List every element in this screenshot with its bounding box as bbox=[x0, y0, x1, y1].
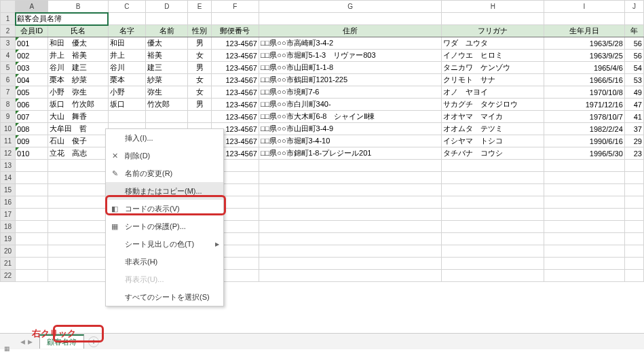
empty-cell[interactable] bbox=[544, 196, 625, 209]
cell-first[interactable]: 弥生 bbox=[146, 86, 188, 99]
empty-cell[interactable] bbox=[16, 184, 48, 196]
empty-cell[interactable] bbox=[259, 258, 441, 270]
menu-insert[interactable]: 挿入(I)... bbox=[106, 129, 223, 147]
cell-kana[interactable]: サカグチ タケジロウ bbox=[442, 99, 544, 111]
empty-cell[interactable] bbox=[442, 172, 544, 184]
empty-cell[interactable] bbox=[48, 258, 108, 270]
empty-cell[interactable] bbox=[544, 258, 625, 270]
cell-bd[interactable]: 1965/4/6 bbox=[544, 62, 625, 74]
cell-sex[interactable]: 男 bbox=[188, 99, 211, 111]
cell-first[interactable]: 竹次郎 bbox=[146, 99, 188, 111]
cell-E1[interactable] bbox=[188, 13, 211, 25]
row-header-5[interactable]: 5 bbox=[1, 62, 16, 74]
cell-name[interactable]: 大山 舞香 bbox=[48, 111, 108, 123]
cell-bd[interactable]: 1971/12/16 bbox=[544, 99, 625, 111]
empty-cell[interactable] bbox=[544, 221, 625, 233]
cell-name[interactable]: 栗本 紗菜 bbox=[48, 74, 108, 86]
cell-first[interactable]: 優太 bbox=[146, 37, 188, 50]
cell-kana[interactable]: イノウエ ヒロミ bbox=[442, 50, 544, 62]
menu-tab-color[interactable]: シート見出しの色(T) ▶ bbox=[106, 235, 223, 253]
empty-cell[interactable] bbox=[16, 233, 48, 245]
empty-cell[interactable] bbox=[544, 233, 625, 245]
cell-id[interactable]: 003 bbox=[16, 62, 48, 74]
row-header-11[interactable]: 11 bbox=[1, 135, 16, 147]
cell-id[interactable]: 001 bbox=[16, 37, 48, 50]
row-header-7[interactable]: 7 bbox=[1, 86, 16, 99]
cell-last[interactable]: 坂口 bbox=[108, 99, 145, 111]
menu-view-code[interactable]: ◧ コードの表示(V) bbox=[106, 200, 223, 217]
empty-cell[interactable] bbox=[16, 221, 48, 233]
cell-last[interactable]: 栗本 bbox=[108, 74, 145, 86]
empty-cell[interactable] bbox=[442, 196, 544, 209]
cell-sex[interactable]: 男 bbox=[188, 37, 211, 50]
row-header-3[interactable]: 3 bbox=[1, 37, 16, 50]
header-name[interactable]: 氏名 bbox=[48, 25, 108, 37]
cell-name[interactable]: 立花 高志 bbox=[48, 147, 108, 160]
row-header-4[interactable]: 4 bbox=[1, 50, 16, 62]
empty-cell[interactable] bbox=[544, 209, 625, 221]
empty-cell[interactable] bbox=[48, 196, 108, 209]
row-header-13[interactable]: 13 bbox=[1, 160, 16, 172]
cell-age[interactable]: 54 bbox=[624, 62, 643, 74]
row-header-8[interactable]: 8 bbox=[1, 99, 16, 111]
cell-sex[interactable]: 女 bbox=[188, 74, 211, 86]
empty-cell[interactable] bbox=[16, 172, 48, 184]
empty-cell[interactable] bbox=[624, 184, 643, 196]
cell-id[interactable]: 006 bbox=[16, 99, 48, 111]
row-header-2[interactable]: 2 bbox=[1, 25, 16, 37]
cell-bd[interactable]: 1963/5/28 bbox=[544, 37, 625, 50]
cell-addr[interactable]: □□県○○市堀町3-4-10 bbox=[259, 135, 441, 147]
spreadsheet-grid[interactable]: A B C D E F G H I J 1 顧客会員名簿 2 会員ID 氏名 名… bbox=[0, 0, 644, 282]
empty-cell[interactable] bbox=[48, 245, 108, 258]
cell-addr[interactable]: □□県○○市堀町5-1-3 リヴァー803 bbox=[259, 50, 441, 62]
cell-name[interactable]: 和田 優太 bbox=[48, 37, 108, 50]
empty-cell[interactable] bbox=[259, 196, 441, 209]
empty-cell[interactable] bbox=[442, 160, 544, 172]
empty-cell[interactable] bbox=[544, 172, 625, 184]
empty-cell[interactable] bbox=[442, 184, 544, 196]
empty-cell[interactable] bbox=[442, 245, 544, 258]
row-header-19[interactable]: 19 bbox=[1, 233, 16, 245]
cell-kana[interactable]: オオヤマ マイカ bbox=[442, 111, 544, 123]
menu-delete[interactable]: ✕ 削除(D) bbox=[106, 147, 223, 164]
empty-cell[interactable] bbox=[48, 184, 108, 196]
cell-id[interactable]: 004 bbox=[16, 74, 48, 86]
empty-cell[interactable] bbox=[48, 172, 108, 184]
menu-select-all[interactable]: すべてのシートを選択(S) bbox=[106, 288, 223, 306]
cell-bd[interactable]: 1966/5/16 bbox=[544, 74, 625, 86]
cell-bd[interactable]: 1978/10/7 bbox=[544, 111, 625, 123]
empty-cell[interactable] bbox=[259, 184, 441, 196]
cell-id[interactable]: 010 bbox=[16, 147, 48, 160]
cell-addr[interactable]: □□県○○市白川町340- bbox=[259, 99, 441, 111]
cell-bd[interactable]: 1982/2/24 bbox=[544, 123, 625, 135]
cell-age[interactable]: 49 bbox=[624, 86, 643, 99]
cell-first[interactable]: 紗菜 bbox=[146, 74, 188, 86]
menu-protect[interactable]: ▦ シートの保護(P)... bbox=[106, 217, 223, 235]
col-header-J[interactable]: J bbox=[624, 1, 643, 13]
col-header-D[interactable]: D bbox=[146, 1, 188, 13]
cell-sex[interactable]: 男 bbox=[188, 62, 211, 74]
empty-cell[interactable] bbox=[48, 209, 108, 221]
cell-first[interactable]: 裕美 bbox=[146, 50, 188, 62]
empty-cell[interactable] bbox=[624, 221, 643, 233]
header-kana[interactable]: フリガナ bbox=[442, 25, 544, 37]
row-header-9[interactable]: 9 bbox=[1, 111, 16, 123]
cell-G1[interactable] bbox=[259, 13, 441, 25]
row-header-15[interactable]: 15 bbox=[1, 184, 16, 196]
row-header-22[interactable]: 22 bbox=[1, 270, 16, 282]
empty-cell[interactable] bbox=[624, 258, 643, 270]
empty-cell[interactable] bbox=[16, 160, 48, 172]
row-header-21[interactable]: 21 bbox=[1, 258, 16, 270]
header-first[interactable]: 名前 bbox=[146, 25, 188, 37]
empty-cell[interactable] bbox=[16, 196, 48, 209]
cell-A1[interactable]: 顧客会員名簿 bbox=[16, 13, 109, 25]
header-id[interactable]: 会員ID bbox=[16, 25, 48, 37]
cell-addr[interactable]: □□県○○市鶴田町1201-225 bbox=[259, 74, 441, 86]
cell-F1[interactable] bbox=[211, 13, 259, 25]
cell-age[interactable]: 29 bbox=[624, 135, 643, 147]
empty-cell[interactable] bbox=[48, 270, 108, 282]
cell-kana[interactable]: クリモト サナ bbox=[442, 74, 544, 86]
cell-id[interactable]: 005 bbox=[16, 86, 48, 99]
col-header-A[interactable]: A bbox=[16, 1, 48, 13]
cell-sex[interactable]: 女 bbox=[188, 86, 211, 99]
